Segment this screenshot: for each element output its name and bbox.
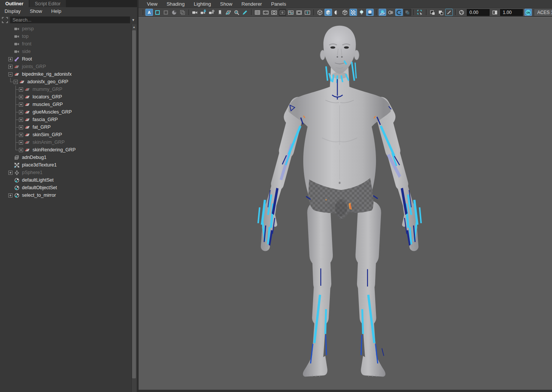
collapse-minus-toggle[interactable] xyxy=(8,72,12,76)
pan-zoom-2d-button[interactable] xyxy=(233,9,240,16)
object-selection-icon xyxy=(417,9,423,16)
expand-plus-toggle[interactable] xyxy=(8,193,12,198)
outliner-item-pSphere1[interactable]: pSphere1 xyxy=(0,169,132,176)
menu-show[interactable]: Show xyxy=(25,8,47,14)
wireframe-on-shaded-button[interactable] xyxy=(341,9,349,16)
search-dropdown-icon[interactable]: ▼ xyxy=(130,17,136,23)
outliner-item-top[interactable]: top xyxy=(0,33,132,40)
outliner-item-muscles_GRP[interactable]: muscles_GRP xyxy=(0,101,132,108)
expand-plus-toggle[interactable] xyxy=(19,133,23,137)
menu-show[interactable]: Show xyxy=(215,1,237,7)
camera-attributes-button[interactable] xyxy=(208,9,215,16)
film-gate-button[interactable] xyxy=(262,9,270,16)
ambient-occlusion-button[interactable] xyxy=(379,9,386,16)
outliner-item-defaultLightSet[interactable]: defaultLightSet xyxy=(0,176,132,184)
isolate-select-a-button[interactable] xyxy=(429,9,436,16)
expand-plus-toggle[interactable] xyxy=(19,125,23,129)
overlay-layers-button[interactable] xyxy=(179,9,186,16)
menu-help[interactable]: Help xyxy=(47,8,66,14)
outliner-item-bipedmike_rig_adonisfx[interactable]: bipedmike_rig_adonisfx xyxy=(0,70,132,78)
expand-plus-toggle[interactable] xyxy=(19,87,23,92)
outliner-item-persp[interactable]: persp xyxy=(0,25,132,33)
expand-plus-toggle[interactable] xyxy=(8,57,12,61)
outliner-item-fat_GRP[interactable]: fat_GRP xyxy=(0,123,132,131)
motion-blur-icon xyxy=(388,9,394,16)
motion-blur-button[interactable] xyxy=(387,9,395,16)
outliner-item-Root[interactable]: Root xyxy=(0,55,132,63)
expand-plus-toggle[interactable] xyxy=(19,110,23,114)
outliner-item-skinRendering_GRP[interactable]: skinRendering_GRP xyxy=(0,146,132,154)
outliner-item-glueMuscles_GRP[interactable]: glueMuscles_GRP xyxy=(0,108,132,116)
textured-mode-button[interactable] xyxy=(333,9,340,16)
menu-shading[interactable]: Shading xyxy=(162,1,189,7)
letter-a-toggle-button[interactable]: A xyxy=(145,9,153,16)
use-default-material-button[interactable] xyxy=(349,9,357,16)
item-label: joints_GRP xyxy=(22,64,46,69)
outliner-item-front[interactable]: front xyxy=(0,40,132,48)
expand-plus-toggle[interactable] xyxy=(19,140,23,145)
shading-sphere-button[interactable] xyxy=(170,9,178,16)
outliner-item-place3dTexture1[interactable]: Tplace3dTexture1 xyxy=(0,161,132,169)
shaded-mode-button[interactable] xyxy=(324,9,332,16)
filter-brackets-icon[interactable] xyxy=(2,17,8,23)
menu-display[interactable]: Display xyxy=(0,8,25,14)
shadows-toggle-button[interactable] xyxy=(366,9,374,16)
menu-panels[interactable]: Panels xyxy=(267,1,291,7)
expand-plus-toggle[interactable] xyxy=(19,95,23,99)
frame-region-button[interactable] xyxy=(154,9,161,16)
outliner-item-defaultObjectSet[interactable]: defaultObjectSet xyxy=(0,184,132,191)
xray-mode-button[interactable] xyxy=(404,9,411,16)
collapse-minus-toggle[interactable] xyxy=(14,80,18,84)
outliner-item-select_to_mirror[interactable]: select_to_mirror xyxy=(0,191,132,199)
safe-title-button[interactable]: T xyxy=(304,9,311,16)
colorspace-select[interactable]: ACES 1.0 SDR-video (sRGB) xyxy=(534,9,552,16)
isolate-select-b-button[interactable] xyxy=(437,9,444,16)
gamma-button[interactable] xyxy=(491,9,499,16)
outliner-item-side[interactable]: side xyxy=(0,48,132,55)
outliner-item-mummy_GRP[interactable]: mummy_GRP xyxy=(0,86,132,93)
expand-plus-toggle[interactable] xyxy=(8,65,12,69)
lock-camera-button[interactable] xyxy=(200,9,207,16)
outliner-item-adonisfx_geo_GRP[interactable]: adonisfx_geo_GRP xyxy=(0,78,132,86)
expand-plus-toggle[interactable] xyxy=(19,103,23,107)
resolution-gate-button[interactable] xyxy=(270,9,278,16)
search-input[interactable] xyxy=(10,16,130,23)
expand-plus-toggle[interactable] xyxy=(19,118,23,122)
anti-aliasing-button[interactable] xyxy=(395,9,403,16)
exposure-button[interactable] xyxy=(458,9,465,16)
outliner-item-fascia_GRP[interactable]: fascia_GRP xyxy=(0,116,132,123)
menu-renderer[interactable]: Renderer xyxy=(237,1,267,7)
gate-mask-button[interactable] xyxy=(279,9,286,16)
select-camera-button[interactable] xyxy=(191,9,199,16)
outliner-scrollbar[interactable]: ▲ xyxy=(131,24,136,392)
plugin-shading-button[interactable] xyxy=(445,9,453,16)
outliner-item-adnDebug1[interactable]: adnDebug1 xyxy=(0,154,132,161)
object-selection-button[interactable] xyxy=(416,9,424,16)
gamma-field[interactable]: 1.00 xyxy=(500,9,523,16)
tab-script-editor[interactable]: Script Editor xyxy=(30,0,66,7)
safe-action-button[interactable] xyxy=(295,9,303,16)
tab-outliner[interactable]: Outliner xyxy=(0,0,29,7)
menu-lighting[interactable]: Lighting xyxy=(189,1,216,7)
color-management-toggle-button[interactable]: ON xyxy=(524,9,532,16)
outliner-item-locators_GRP[interactable]: locators_GRP xyxy=(0,93,132,101)
field-chart-button[interactable] xyxy=(287,9,295,16)
grid-toggle-button[interactable] xyxy=(254,9,261,16)
scrollbar-thumb[interactable] xyxy=(132,30,136,378)
outliner-item-skinAnim_GRP[interactable]: skinAnim_GRP xyxy=(0,138,132,146)
outliner-item-joints_GRP[interactable]: joints_GRP xyxy=(0,63,132,70)
all-lights-button[interactable] xyxy=(358,9,365,16)
image-plane-button[interactable] xyxy=(225,9,232,16)
overlay-layers-icon xyxy=(179,9,186,16)
frame-region-all-button[interactable] xyxy=(162,9,170,16)
grease-pencil-button[interactable] xyxy=(241,9,249,16)
expand-plus-toggle[interactable] xyxy=(19,148,23,152)
wireframe-mode-button[interactable] xyxy=(316,9,324,16)
menu-view[interactable]: View xyxy=(142,1,162,7)
scroll-up-arrow-icon[interactable]: ▲ xyxy=(132,25,136,30)
expand-plus-toggle[interactable] xyxy=(8,171,12,175)
exposure-field[interactable]: 0.00 xyxy=(467,9,490,16)
outliner-item-skinSim_GRP[interactable]: skinSim_GRP xyxy=(0,131,132,138)
bookmarks-button[interactable] xyxy=(216,9,224,16)
viewport-canvas[interactable] xyxy=(139,17,552,390)
